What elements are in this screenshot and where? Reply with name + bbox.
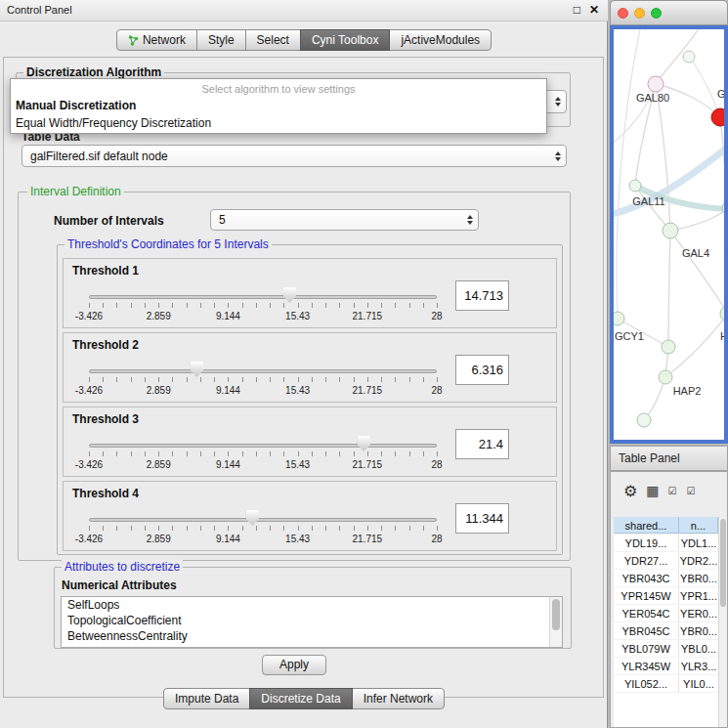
tab-discretize-data[interactable]: Discretize Data: [249, 688, 352, 709]
table-cell[interactable]: YDL19...: [614, 535, 679, 551]
slider-tick-labels: -3.4262.8599.14415.4321.71528: [89, 534, 437, 545]
network-node[interactable]: [662, 340, 675, 354]
table-column-header[interactable]: shared...: [614, 517, 679, 534]
table-cell[interactable]: YBL0...: [679, 640, 718, 657]
combo-arrows-icon: [467, 215, 473, 225]
zoom-traffic-light[interactable]: [651, 8, 662, 19]
table-row[interactable]: YPR145WYPR1...: [614, 587, 718, 605]
network-node[interactable]: [683, 51, 695, 63]
select-all-checkbox-icon[interactable]: ☑: [668, 486, 678, 496]
table-cell[interactable]: YER054C: [614, 605, 679, 621]
minimize-traffic-light[interactable]: [634, 8, 645, 19]
network-node[interactable]: [720, 306, 724, 321]
table-row[interactable]: YDL19...YDL1...: [614, 535, 718, 552]
attribute-list-item[interactable]: SelfLoops: [62, 597, 562, 613]
scrollbar-thumb[interactable]: [720, 519, 726, 607]
threshold-label: Threshold 2: [72, 338, 139, 352]
close-icon[interactable]: ✕: [589, 3, 599, 17]
algorithm-placeholder-option[interactable]: Select algorithm to view settings: [11, 81, 546, 97]
threshold-slider[interactable]: -3.4262.8599.14415.4321.71528: [83, 435, 443, 476]
tab-impute-data[interactable]: Impute Data: [163, 688, 250, 709]
tab-jactivemodules[interactable]: jActiveModules: [389, 29, 492, 51]
threshold-value-field[interactable]: 6.316: [455, 355, 509, 385]
table-row[interactable]: YDR27...YDR2...: [614, 552, 718, 570]
tab-style[interactable]: Style: [196, 29, 246, 51]
threshold-slider[interactable]: -3.4262.8599.14415.4321.71528: [83, 286, 443, 327]
attributes-scrollbar[interactable]: [549, 597, 562, 647]
scrollbar-thumb[interactable]: [552, 599, 560, 630]
slider-thumb[interactable]: [246, 510, 259, 526]
table-data-combobox[interactable]: galFiltered.sif default node: [21, 145, 567, 167]
table-row[interactable]: YER054CYER0...: [614, 605, 718, 622]
node-label: GA: [717, 88, 724, 100]
table-cell[interactable]: YPR1...: [679, 587, 718, 604]
table-cell[interactable]: YIL052...: [614, 675, 679, 692]
table-cell[interactable]: YBR045C: [614, 622, 679, 639]
table-cell[interactable]: YPR145W: [614, 587, 679, 604]
tab-infer-network[interactable]: Infer Network: [352, 688, 445, 709]
number-of-intervals-combobox[interactable]: 5: [210, 209, 479, 231]
table-cell[interactable]: YIL0...: [679, 675, 718, 692]
tab-select[interactable]: Select: [245, 29, 301, 51]
table-cell[interactable]: YBR0...: [679, 570, 718, 586]
slider-thumb[interactable]: [191, 362, 203, 377]
algorithm-option-equal-width[interactable]: Equal Width/Frequency Discretization: [11, 114, 546, 132]
threshold-value-field[interactable]: 14.713: [455, 280, 509, 311]
table-header-row: shared...n...: [614, 517, 718, 535]
tab-network[interactable]: Network: [116, 29, 197, 51]
table-row[interactable]: YBR045CYBR0...: [614, 622, 718, 640]
algorithm-group-label: Discretization Algorithm: [23, 65, 164, 79]
select-none-checkbox-icon[interactable]: ☑: [687, 486, 697, 496]
table-cell[interactable]: YLR3...: [679, 658, 718, 674]
table-row[interactable]: YBL079WYBL0...: [614, 640, 718, 658]
number-of-intervals-value: 5: [219, 213, 226, 227]
network-node[interactable]: [663, 223, 678, 238]
table-panel-window: ⚙ ▦ ☑ ☑ shared...n... YDL19...YDL1...YDR…: [610, 471, 728, 728]
threshold-value-field[interactable]: 21.4: [455, 429, 509, 459]
columns-icon[interactable]: ▦: [646, 483, 659, 498]
network-node[interactable]: [648, 76, 664, 92]
threshold-value-field[interactable]: 11.344: [455, 503, 509, 534]
table-cell[interactable]: YER0...: [679, 605, 718, 621]
slider-thumb[interactable]: [358, 436, 370, 451]
attribute-list-item[interactable]: BetweennessCentrality: [62, 628, 562, 644]
slider-thumb[interactable]: [283, 287, 296, 303]
table-cell[interactable]: YBR0...: [679, 622, 718, 639]
table-row[interactable]: YBR043CYBR0...: [614, 570, 718, 587]
tick-label: 2.859: [147, 311, 171, 321]
threshold-slider[interactable]: -3.4262.8599.14415.4321.71528: [83, 509, 443, 550]
table-cell[interactable]: YDR27...: [614, 552, 679, 569]
table-row[interactable]: YLR345WYLR3...: [614, 658, 718, 675]
tab-label: Style: [208, 33, 235, 47]
table-column-header[interactable]: n...: [679, 517, 718, 534]
table-row[interactable]: YIL052...YIL0...: [614, 675, 718, 693]
network-node[interactable]: [629, 180, 641, 192]
algorithm-option-manual[interactable]: Manual Discretization: [11, 97, 546, 114]
close-traffic-light[interactable]: [618, 8, 628, 19]
tick-label: 15.43: [285, 385, 310, 396]
table-cell[interactable]: YDR2...: [679, 552, 718, 569]
table-cell[interactable]: YBL079W: [614, 640, 679, 657]
network-node[interactable]: [614, 312, 624, 325]
threshold-slider[interactable]: -3.4262.8599.14415.4321.71528: [83, 361, 443, 402]
attributes-list[interactable]: SelfLoopsTopologicalCoefficientBetweenne…: [61, 596, 563, 648]
float-window-icon[interactable]: □: [574, 3, 580, 17]
table-cell[interactable]: YLR345W: [614, 658, 679, 674]
tick-label: 21.715: [353, 534, 383, 544]
table-cell[interactable]: YDL1...: [679, 535, 718, 551]
network-node[interactable]: [711, 108, 724, 126]
attribute-list-item[interactable]: TopologicalCoefficient: [62, 613, 562, 628]
network-node[interactable]: [659, 370, 672, 384]
number-of-intervals-label: Number of Intervals: [54, 214, 164, 228]
network-node[interactable]: [637, 413, 651, 427]
tick-label: 9.144: [216, 385, 240, 396]
gear-icon[interactable]: ⚙: [623, 482, 637, 500]
algorithm-dropdown-popup: Select algorithm to view settings Manual…: [10, 78, 547, 134]
tab-label: jActiveModules: [401, 33, 480, 47]
table-scrollbar[interactable]: [718, 517, 727, 727]
table-cell[interactable]: YBR043C: [614, 570, 679, 586]
network-canvas[interactable]: GAL80GAGAL11GAL4GCY1HHAP2: [610, 25, 728, 444]
slider-ticks: [89, 451, 437, 457]
tab-cyni-toolbox[interactable]: Cyni Toolbox: [300, 29, 390, 51]
apply-button[interactable]: Apply: [262, 655, 326, 675]
